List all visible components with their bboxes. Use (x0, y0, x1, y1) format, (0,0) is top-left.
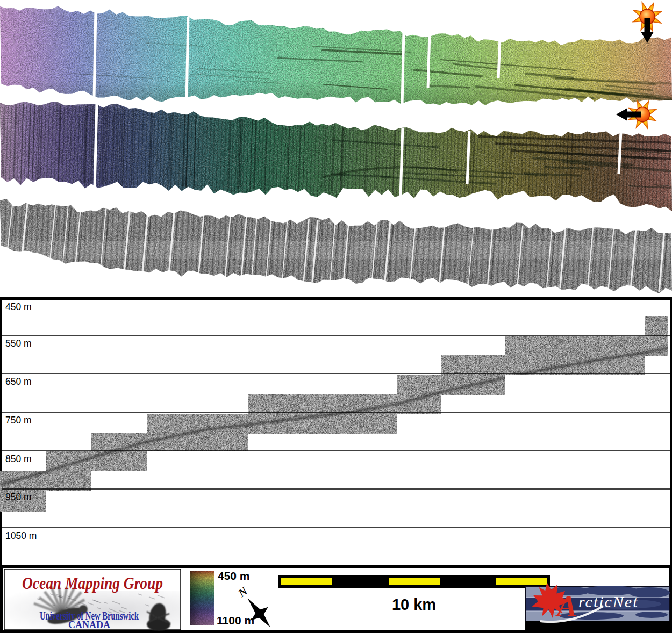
arcticnet-initial: A (555, 589, 577, 623)
survey-gap (187, 17, 188, 102)
p3-body (0, 196, 672, 296)
p2-body (0, 99, 672, 215)
survey-figure: 450 m 550 m 650 m 750 m 850 m 950 m 1050… (0, 0, 672, 633)
depth-label-650: 650 m (5, 376, 32, 387)
figure-canvas: 450 m 550 m 650 m 750 m 850 m 950 m 1050… (0, 0, 672, 633)
depth-label-850: 850 m (5, 454, 32, 464)
colorbar-noise (190, 571, 214, 625)
omg-title: Ocean Mapping Group (22, 574, 163, 593)
bottom-legend-bar: Ocean Mapping Group University of New Br… (0, 565, 672, 633)
scale-bar-segment (281, 578, 332, 585)
arcticnet-name: rcticNet (578, 593, 639, 610)
p1-body (0, 0, 672, 107)
texture-shape (147, 618, 170, 631)
map-landmass (635, 612, 668, 618)
survey-gap (402, 32, 404, 105)
survey-gap (498, 38, 500, 78)
depth-label-1050: 1050 m (5, 530, 37, 541)
omg-logo: Ocean Mapping Group University of New Br… (4, 569, 181, 631)
sun-with-left-arrow-icon (616, 101, 656, 128)
colorbar-top-label: 450 m (218, 570, 250, 582)
colorbar-bottom-label: 1100 m (217, 614, 254, 627)
bathymetry-strip-1 (0, 0, 672, 107)
texture-shape (0, 0, 672, 107)
scale-bar-segment (496, 578, 547, 585)
scale-bar-label: 10 km (392, 596, 436, 613)
survey-gap (94, 10, 96, 98)
depth-label-550: 550 m (5, 338, 32, 349)
bathymetry-strip-2 (0, 99, 672, 215)
depth-label-750: 750 m (5, 415, 32, 426)
sun-with-down-arrow-icon (633, 3, 662, 43)
scale-bar-segment (389, 578, 440, 585)
backscatter-strip (0, 196, 672, 296)
depth-label-950: 950 m (5, 492, 32, 502)
depth-label-450: 450 m (5, 301, 32, 312)
depth-profile-panel: 450 m 550 m 650 m 750 m 850 m 950 m 1050… (0, 297, 672, 568)
omg-country: CANADA (68, 620, 110, 630)
texture-shape (0, 99, 672, 215)
survey-gap (428, 34, 430, 88)
